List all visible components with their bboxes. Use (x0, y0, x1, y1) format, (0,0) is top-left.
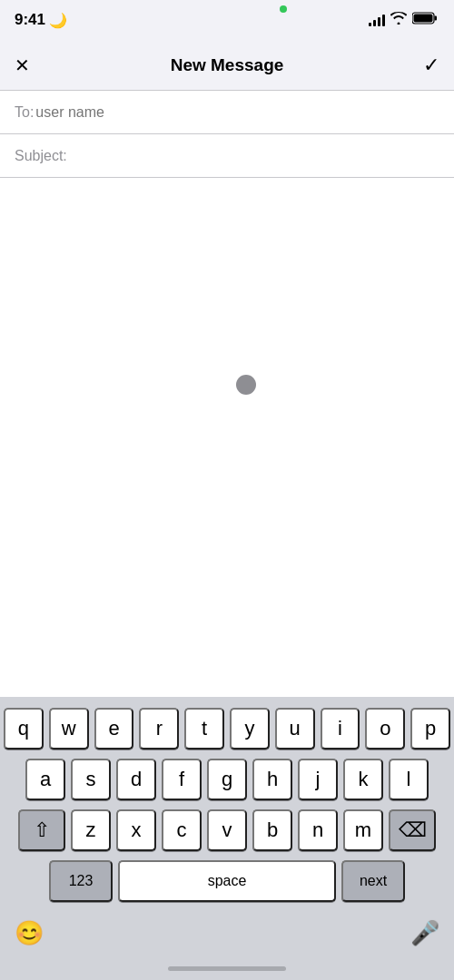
time-label: 9:41 (15, 11, 45, 29)
keyboard-bottom-bar: 😊 🎤 (0, 906, 454, 956)
status-time: 9:41 🌙 (15, 11, 67, 29)
key-g[interactable]: g (207, 759, 247, 800)
shift-key[interactable]: ⇧ (18, 809, 65, 851)
key-o[interactable]: o (365, 708, 405, 750)
send-button[interactable]: ✓ (403, 54, 439, 77)
to-input[interactable] (35, 104, 439, 121)
wifi-icon (390, 12, 407, 28)
subject-label: Subject: (15, 148, 67, 164)
camera-indicator-dot (280, 5, 287, 13)
numbers-key[interactable]: 123 (49, 860, 113, 902)
keyboard-row-1: qwertyuiop (4, 708, 450, 750)
key-m[interactable]: m (343, 809, 383, 851)
to-label: To: (15, 104, 34, 121)
key-f[interactable]: f (162, 759, 202, 800)
keyboard-row-2: asdfghjkl (4, 759, 450, 800)
delete-key[interactable]: ⌫ (389, 809, 436, 851)
subject-field-row: Subject: (0, 134, 454, 178)
key-i[interactable]: i (321, 708, 360, 750)
nav-bar: ✕ New Message ✓ (0, 40, 454, 91)
key-k[interactable]: k (343, 759, 383, 800)
next-key[interactable]: next (341, 860, 405, 902)
key-x[interactable]: x (116, 809, 156, 851)
key-w[interactable]: w (49, 708, 89, 750)
key-r[interactable]: r (139, 708, 179, 750)
key-y[interactable]: y (230, 708, 270, 750)
home-indicator (0, 956, 454, 980)
key-v[interactable]: v (207, 809, 247, 851)
key-t[interactable]: t (184, 708, 224, 750)
key-j[interactable]: j (298, 759, 338, 800)
status-bar: 9:41 🌙 (0, 0, 454, 40)
key-h[interactable]: h (252, 759, 292, 800)
close-button[interactable]: ✕ (15, 54, 51, 76)
key-u[interactable]: u (275, 708, 315, 750)
emoji-button[interactable]: 😊 (15, 919, 44, 947)
moon-icon: 🌙 (49, 12, 67, 29)
key-z[interactable]: z (71, 809, 111, 851)
key-n[interactable]: n (298, 809, 338, 851)
battery-icon (412, 12, 438, 28)
space-key[interactable]: space (118, 860, 336, 902)
key-l[interactable]: l (389, 759, 429, 800)
svg-rect-1 (435, 16, 438, 21)
status-icons (369, 12, 438, 28)
message-body[interactable] (0, 178, 454, 697)
microphone-button[interactable]: 🎤 (410, 919, 439, 947)
key-s[interactable]: s (71, 759, 111, 800)
text-cursor (236, 375, 256, 395)
svg-rect-2 (414, 15, 433, 23)
subject-input[interactable] (69, 148, 439, 164)
key-c[interactable]: c (162, 809, 202, 851)
keyboard: qwertyuiop asdfghjkl ⇧zxcvbnm⌫ 123spacen… (0, 697, 454, 906)
key-e[interactable]: e (94, 708, 134, 750)
signal-icon (369, 14, 385, 26)
home-bar (168, 966, 286, 971)
keyboard-row-3: ⇧zxcvbnm⌫ (4, 809, 450, 851)
nav-title: New Message (171, 55, 284, 75)
key-q[interactable]: q (4, 708, 44, 750)
compose-area: To: Subject: (0, 91, 454, 697)
key-d[interactable]: d (116, 759, 156, 800)
key-a[interactable]: a (25, 759, 65, 800)
key-b[interactable]: b (252, 809, 292, 851)
key-p[interactable]: p (410, 708, 450, 750)
to-field-row: To: (0, 91, 454, 134)
keyboard-row-4: 123spacenext (4, 860, 450, 902)
